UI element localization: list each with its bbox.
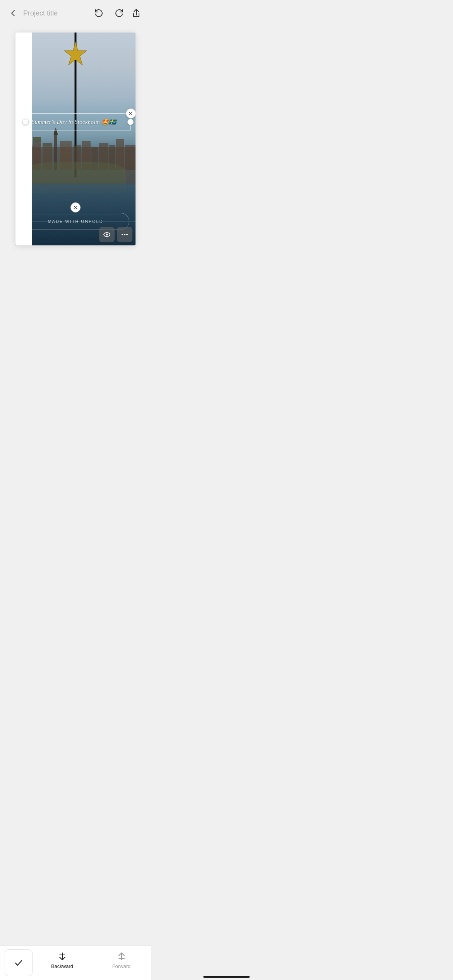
- copy-icon: [19, 109, 28, 118]
- header-left: Project title: [6, 6, 58, 20]
- undo-icon: [94, 8, 104, 18]
- card-bottom-icons: [99, 227, 132, 242]
- eye-icon: [103, 230, 111, 239]
- copy-handle[interactable]: [18, 108, 29, 119]
- watermark-close-button[interactable]: ✕: [70, 202, 81, 212]
- header-right: [92, 6, 143, 20]
- svg-marker-0: [64, 42, 87, 65]
- canvas-area: ✕ Summer's Day in Stockholm 🤩🇸🇪 ✕ MADE W…: [0, 25, 151, 253]
- project-title: Project title: [23, 9, 58, 17]
- svg-rect-19: [21, 110, 25, 115]
- star-icon: [62, 40, 89, 67]
- back-button[interactable]: [6, 6, 20, 20]
- share-icon: [131, 8, 141, 18]
- text-selection-box[interactable]: ✕ Summer's Day in Stockholm 🤩🇸🇪: [25, 113, 131, 130]
- star-decoration: [62, 40, 89, 71]
- header-divider: [109, 9, 109, 18]
- header: Project title: [0, 0, 151, 25]
- text-close-handle[interactable]: ✕: [126, 108, 136, 118]
- more-icon: [120, 230, 129, 239]
- share-button[interactable]: [129, 6, 143, 20]
- redo-icon: [114, 8, 124, 18]
- svg-point-23: [124, 234, 125, 235]
- more-options-button[interactable]: [117, 227, 132, 242]
- svg-rect-16: [33, 137, 41, 142]
- text-left-handle[interactable]: [22, 119, 29, 125]
- svg-rect-17: [43, 143, 52, 146]
- svg-rect-18: [22, 112, 27, 117]
- svg-rect-15: [125, 145, 136, 170]
- story-card[interactable]: ✕ Summer's Day in Stockholm 🤩🇸🇪 ✕ MADE W…: [15, 33, 136, 245]
- redo-button[interactable]: [112, 6, 126, 20]
- svg-point-22: [122, 234, 123, 235]
- text-right-handle[interactable]: [127, 119, 134, 125]
- preview-button[interactable]: [99, 227, 115, 242]
- text-overlay-content: Summer's Day in Stockholm 🤩🇸🇪: [32, 119, 117, 125]
- back-chevron-icon: [9, 9, 17, 17]
- svg-point-21: [106, 234, 108, 236]
- undo-button[interactable]: [92, 6, 106, 20]
- svg-point-24: [126, 234, 128, 235]
- watermark-text: MADE WITH UNFOLD: [48, 219, 103, 224]
